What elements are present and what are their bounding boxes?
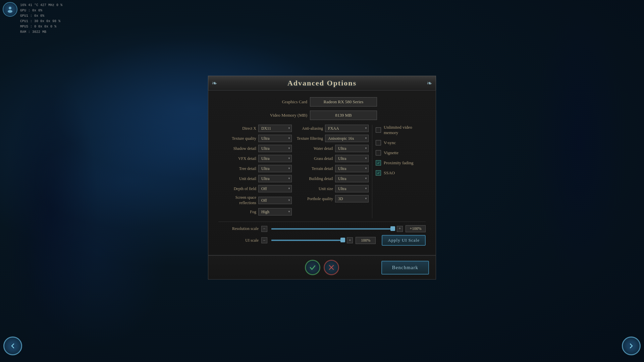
resolution-scale-row: Resolution scale − + +100% xyxy=(218,225,426,232)
benchmark-button[interactable]: Benchmark xyxy=(381,261,429,275)
footer-center-buttons xyxy=(305,260,339,275)
ssao-checkbox[interactable] xyxy=(376,170,381,176)
direct-x-select[interactable]: DX11 DX12 xyxy=(258,125,292,132)
setting-grass-detail: Grass detail Ultra High Medium Low xyxy=(295,155,369,162)
setting-label-terrain-detail: Terrain detail xyxy=(295,166,333,171)
footer-right-buttons: Benchmark xyxy=(339,261,429,275)
resolution-scale-track xyxy=(271,228,393,230)
setting-label-anti-aliasing: Anti-aliasing xyxy=(295,126,323,131)
vfx-detail-select[interactable]: Ultra High Medium Low xyxy=(258,155,292,162)
vsync-checkbox[interactable] xyxy=(376,140,381,145)
confirm-button[interactable] xyxy=(305,260,320,275)
apply-ui-scale-button[interactable]: Apply UI Scale xyxy=(382,235,426,246)
dialog-body: Graphics Card Radeon RX 580 Series Video… xyxy=(208,90,436,255)
setting-screen-space-reflections: Screen spacereflections Off Low Medium H… xyxy=(218,195,292,205)
setting-texture-filtering: Texture filtering Bilinear Trilinear Ani… xyxy=(295,135,369,142)
hud-overlay: 16% 41 °C 427 MHz 0 % GPU : 0x 0% GPU1 :… xyxy=(0,0,65,36)
resolution-scale-fill xyxy=(271,228,393,230)
terrain-detail-select[interactable]: Ultra High Medium Low xyxy=(335,165,369,172)
ui-scale-row: UI scale − + 100% Apply UI Scale xyxy=(218,235,426,246)
setting-label-building-detail: Building detail xyxy=(295,176,333,181)
unlimited-video-memory-checkbox[interactable] xyxy=(376,127,381,133)
setting-unit-detail: Unit detail Ultra High Medium Low xyxy=(218,175,292,182)
checkbox-vsync: V-sync xyxy=(376,140,426,145)
graphics-card-value: Radeon RX 580 Series xyxy=(310,97,377,107)
tree-detail-select-wrapper: Ultra High Medium Low xyxy=(258,165,292,172)
ui-scale-label: UI scale xyxy=(218,238,259,243)
advanced-options-dialog: ❧ Advanced Options ❧ Graphics Card Radeo… xyxy=(208,76,436,280)
resolution-scale-label: Resolution scale xyxy=(218,226,259,231)
setting-texture-quality: Texture quality Ultra High Medium Low xyxy=(218,135,292,142)
resolution-scale-handle[interactable] xyxy=(390,226,395,231)
settings-columns: Direct X DX11 DX12 Texture quality Ultra… xyxy=(218,125,426,218)
unit-size-select[interactable]: Ultra High Medium Low xyxy=(335,185,369,192)
setting-label-unit-size: Unit size xyxy=(295,186,333,191)
proximity-fading-label: Proximity fading xyxy=(384,160,413,166)
setting-porthole-quality: Porthole quality 2D 3D xyxy=(295,195,369,202)
setting-terrain-detail: Terrain detail Ultra High Medium Low xyxy=(295,165,369,172)
anti-aliasing-select[interactable]: None FXAA MSAA 2x MSAA 4x xyxy=(325,125,369,132)
svg-point-1 xyxy=(8,10,12,13)
setting-unit-size: Unit size Ultra High Medium Low xyxy=(295,185,369,192)
svg-point-0 xyxy=(9,7,11,9)
direct-x-select-wrapper: DX11 DX12 xyxy=(258,125,292,132)
ui-scale-handle[interactable] xyxy=(340,238,345,242)
nav-arrow-left[interactable] xyxy=(3,337,22,355)
depth-of-field-select[interactable]: Off Low Medium High xyxy=(258,185,292,192)
cancel-button[interactable] xyxy=(324,260,339,275)
unlimited-video-memory-label: Unlimited video memory xyxy=(384,125,426,135)
setting-water-detail: Water detail Ultra High Medium Low xyxy=(295,145,369,152)
setting-label-texture-quality: Texture quality xyxy=(218,136,256,141)
shadow-detail-select[interactable]: Ultra High Medium Low xyxy=(258,145,292,152)
screen-space-reflections-select[interactable]: Off Low Medium High xyxy=(258,197,292,204)
water-detail-select-wrapper: Ultra High Medium Low xyxy=(335,145,369,152)
setting-vfx-detail: VFX detail Ultra High Medium Low xyxy=(218,155,292,162)
vignette-checkbox[interactable] xyxy=(376,150,381,156)
hud-avatar-area: 16% 41 °C 427 MHz 0 % GPU : 0x 0% GPU1 :… xyxy=(3,2,62,35)
resolution-scale-value: +100% xyxy=(406,225,426,232)
porthole-quality-select[interactable]: 2D 3D xyxy=(335,195,369,202)
left-settings-col: Direct X DX11 DX12 Texture quality Ultra… xyxy=(218,125,292,218)
sliders-section: Resolution scale − + +100% UI scale − + … xyxy=(218,222,426,246)
ui-scale-increase[interactable]: + xyxy=(347,237,353,243)
checkboxes-col: Unlimited video memory V-sync Vignette P… xyxy=(372,125,426,218)
screen-space-reflections-select-wrapper: Off Low Medium High xyxy=(258,197,292,204)
vsync-label: V-sync xyxy=(384,140,396,145)
proximity-fading-checkbox[interactable] xyxy=(376,160,381,166)
video-memory-value: 8139 MB xyxy=(310,111,377,120)
checkbox-vignette: Vignette xyxy=(376,150,426,156)
hud-text: 16% 41 °C 427 MHz 0 % GPU : 0x 0% GPU1 :… xyxy=(20,3,62,35)
grass-detail-select[interactable]: Ultra High Medium Low xyxy=(335,155,369,162)
unit-detail-select[interactable]: Ultra High Medium Low xyxy=(258,175,292,182)
setting-building-detail: Building detail Ultra High Medium Low xyxy=(295,175,369,182)
vignette-label: Vignette xyxy=(384,150,398,156)
nav-arrow-right[interactable] xyxy=(622,337,641,355)
ui-scale-fill xyxy=(271,240,343,241)
unit-detail-select-wrapper: Ultra High Medium Low xyxy=(258,175,292,182)
vfx-detail-select-wrapper: Ultra High Medium Low xyxy=(258,155,292,162)
tree-detail-select[interactable]: Ultra High Medium Low xyxy=(258,165,292,172)
setting-direct-x: Direct X DX11 DX12 xyxy=(218,125,292,132)
arrow-left-icon xyxy=(9,342,17,350)
building-detail-select-wrapper: Ultra High Medium Low xyxy=(335,175,369,182)
setting-label-depth-of-field: Depth of field xyxy=(218,186,256,191)
confirm-icon xyxy=(309,264,316,271)
ui-scale-decrease[interactable]: − xyxy=(261,237,267,243)
resolution-scale-decrease[interactable]: − xyxy=(261,226,267,232)
setting-label-vfx-detail: VFX detail xyxy=(218,156,256,161)
fog-select[interactable]: Off Low Medium High Ultra xyxy=(258,208,292,216)
anti-aliasing-select-wrapper: None FXAA MSAA 2x MSAA 4x xyxy=(325,125,369,132)
texture-filtering-select[interactable]: Bilinear Trilinear Anisotropic 16x xyxy=(325,135,369,142)
texture-quality-select[interactable]: Ultra High Medium Low xyxy=(258,135,292,142)
water-detail-select[interactable]: Ultra High Medium Low xyxy=(335,145,369,152)
setting-label-porthole-quality: Porthole quality xyxy=(295,196,333,201)
setting-fog: Fog Off Low Medium High Ultra xyxy=(218,208,292,216)
title-ornament-right: ❧ xyxy=(427,79,432,87)
title-ornament-left: ❧ xyxy=(212,79,217,87)
resolution-scale-increase[interactable]: + xyxy=(397,226,403,232)
ui-scale-value: 100% xyxy=(356,237,376,244)
building-detail-select[interactable]: Ultra High Medium Low xyxy=(335,175,369,182)
checkbox-ssao: SSAO xyxy=(376,170,426,176)
checkbox-unlimited-video-memory: Unlimited video memory xyxy=(376,125,426,135)
setting-label-unit-detail: Unit detail xyxy=(218,176,256,181)
